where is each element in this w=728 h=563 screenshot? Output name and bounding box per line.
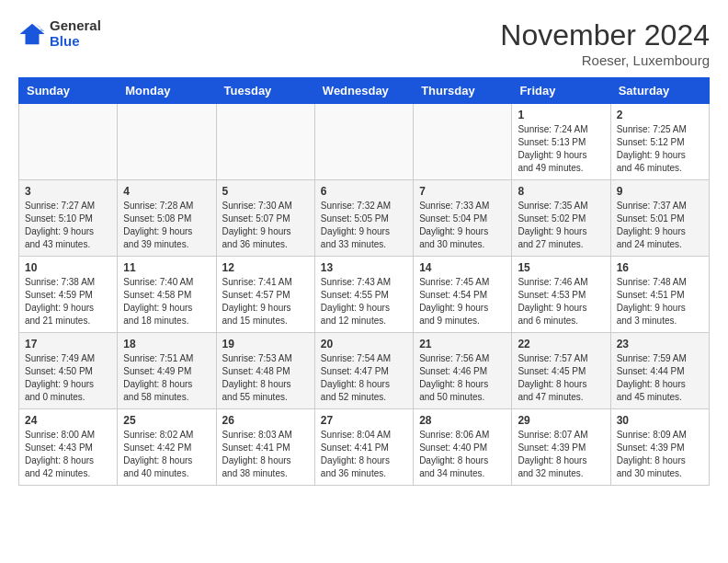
calendar-cell: 1Sunrise: 7:24 AM Sunset: 5:13 PM Daylig…	[512, 104, 610, 180]
calendar-cell: 8Sunrise: 7:35 AM Sunset: 5:02 PM Daylig…	[512, 180, 610, 257]
day-info: Sunrise: 8:00 AM Sunset: 4:43 PM Dayligh…	[25, 430, 95, 478]
day-number: 30	[617, 414, 703, 427]
day-number: 15	[518, 261, 604, 274]
calendar-cell: 25Sunrise: 8:02 AM Sunset: 4:42 PM Dayli…	[118, 409, 216, 486]
day-number: 2	[617, 109, 703, 121]
logo: General Blue	[18, 18, 101, 49]
calendar-cell: 19Sunrise: 7:53 AM Sunset: 4:48 PM Dayli…	[216, 333, 314, 409]
calendar-week-4: 17Sunrise: 7:49 AM Sunset: 4:50 PM Dayli…	[19, 333, 710, 409]
logo-icon	[18, 20, 46, 48]
day-info: Sunrise: 7:51 AM Sunset: 4:49 PM Dayligh…	[123, 353, 193, 402]
day-number: 5	[222, 185, 309, 198]
day-number: 28	[419, 414, 506, 427]
calendar-week-3: 10Sunrise: 7:38 AM Sunset: 4:59 PM Dayli…	[19, 257, 710, 333]
calendar-cell: 9Sunrise: 7:37 AM Sunset: 5:01 PM Daylig…	[610, 180, 709, 257]
page-header: General Blue November 2024 Roeser, Luxem…	[18, 18, 710, 68]
day-info: Sunrise: 8:02 AM Sunset: 4:42 PM Dayligh…	[123, 430, 193, 478]
day-number: 9	[617, 185, 703, 198]
calendar-cell: 4Sunrise: 7:28 AM Sunset: 5:08 PM Daylig…	[118, 180, 216, 257]
logo-general-text: General	[50, 18, 101, 34]
day-info: Sunrise: 7:35 AM Sunset: 5:02 PM Dayligh…	[518, 201, 587, 249]
day-number: 10	[25, 261, 111, 274]
day-info: Sunrise: 7:24 AM Sunset: 5:13 PM Dayligh…	[518, 124, 587, 173]
calendar-week-2: 3Sunrise: 7:27 AM Sunset: 5:10 PM Daylig…	[19, 180, 710, 257]
day-number: 8	[518, 185, 604, 198]
day-number: 7	[419, 185, 506, 198]
calendar-cell	[216, 104, 314, 180]
header-friday: Friday	[512, 78, 610, 104]
header-thursday: Thursday	[414, 78, 512, 104]
calendar-cell: 7Sunrise: 7:33 AM Sunset: 5:04 PM Daylig…	[414, 180, 512, 257]
day-info: Sunrise: 7:38 AM Sunset: 4:59 PM Dayligh…	[25, 277, 95, 326]
calendar-table: SundayMondayTuesdayWednesdayThursdayFrid…	[18, 77, 710, 486]
calendar-cell: 27Sunrise: 8:04 AM Sunset: 4:41 PM Dayli…	[314, 409, 413, 486]
calendar-cell: 29Sunrise: 8:07 AM Sunset: 4:39 PM Dayli…	[512, 409, 610, 486]
month-title: November 2024	[500, 18, 710, 52]
calendar-cell: 5Sunrise: 7:30 AM Sunset: 5:07 PM Daylig…	[216, 180, 314, 257]
svg-marker-0	[20, 23, 45, 44]
day-info: Sunrise: 7:33 AM Sunset: 5:04 PM Dayligh…	[419, 201, 489, 249]
day-number: 3	[25, 185, 111, 198]
calendar-cell: 17Sunrise: 7:49 AM Sunset: 4:50 PM Dayli…	[19, 333, 118, 409]
calendar-cell: 10Sunrise: 7:38 AM Sunset: 4:59 PM Dayli…	[19, 257, 118, 333]
header-tuesday: Tuesday	[216, 78, 314, 104]
day-info: Sunrise: 7:37 AM Sunset: 5:01 PM Dayligh…	[617, 201, 687, 249]
day-info: Sunrise: 7:40 AM Sunset: 4:58 PM Dayligh…	[123, 277, 193, 326]
calendar-cell: 30Sunrise: 8:09 AM Sunset: 4:39 PM Dayli…	[610, 409, 709, 486]
day-number: 24	[25, 414, 111, 427]
header-wednesday: Wednesday	[314, 78, 413, 104]
calendar-cell: 28Sunrise: 8:06 AM Sunset: 4:40 PM Dayli…	[414, 409, 512, 486]
day-info: Sunrise: 7:27 AM Sunset: 5:10 PM Dayligh…	[25, 201, 95, 249]
calendar-cell: 21Sunrise: 7:56 AM Sunset: 4:46 PM Dayli…	[414, 333, 512, 409]
day-number: 27	[321, 414, 407, 427]
calendar-cell: 12Sunrise: 7:41 AM Sunset: 4:57 PM Dayli…	[216, 257, 314, 333]
calendar-cell: 6Sunrise: 7:32 AM Sunset: 5:05 PM Daylig…	[314, 180, 413, 257]
calendar-cell: 22Sunrise: 7:57 AM Sunset: 4:45 PM Dayli…	[512, 333, 610, 409]
day-number: 26	[222, 414, 309, 427]
calendar-cell	[19, 104, 118, 180]
day-number: 17	[25, 338, 111, 350]
day-info: Sunrise: 7:25 AM Sunset: 5:12 PM Dayligh…	[617, 124, 687, 173]
title-area: November 2024 Roeser, Luxembourg	[500, 18, 710, 68]
calendar-cell: 13Sunrise: 7:43 AM Sunset: 4:55 PM Dayli…	[314, 257, 413, 333]
day-info: Sunrise: 7:57 AM Sunset: 4:45 PM Dayligh…	[518, 353, 587, 402]
calendar-cell: 15Sunrise: 7:46 AM Sunset: 4:53 PM Dayli…	[512, 257, 610, 333]
day-info: Sunrise: 7:48 AM Sunset: 4:51 PM Dayligh…	[617, 277, 687, 326]
day-info: Sunrise: 8:04 AM Sunset: 4:41 PM Dayligh…	[321, 430, 391, 478]
day-number: 12	[222, 261, 309, 274]
day-info: Sunrise: 8:03 AM Sunset: 4:41 PM Dayligh…	[222, 430, 292, 478]
day-number: 18	[123, 338, 210, 350]
header-monday: Monday	[118, 78, 216, 104]
day-number: 4	[123, 185, 210, 198]
calendar-cell: 11Sunrise: 7:40 AM Sunset: 4:58 PM Dayli…	[118, 257, 216, 333]
day-info: Sunrise: 7:45 AM Sunset: 4:54 PM Dayligh…	[419, 277, 489, 326]
calendar-cell: 16Sunrise: 7:48 AM Sunset: 4:51 PM Dayli…	[610, 257, 709, 333]
calendar-cell: 26Sunrise: 8:03 AM Sunset: 4:41 PM Dayli…	[216, 409, 314, 486]
day-info: Sunrise: 7:43 AM Sunset: 4:55 PM Dayligh…	[321, 277, 391, 326]
day-number: 20	[321, 338, 407, 350]
logo-blue-text: Blue	[50, 34, 101, 50]
day-info: Sunrise: 7:56 AM Sunset: 4:46 PM Dayligh…	[419, 353, 489, 402]
calendar-cell: 18Sunrise: 7:51 AM Sunset: 4:49 PM Dayli…	[118, 333, 216, 409]
day-number: 25	[123, 414, 210, 427]
calendar-cell: 2Sunrise: 7:25 AM Sunset: 5:12 PM Daylig…	[610, 104, 709, 180]
day-number: 22	[518, 338, 604, 350]
day-info: Sunrise: 7:32 AM Sunset: 5:05 PM Dayligh…	[321, 201, 391, 249]
location: Roeser, Luxembourg	[500, 52, 710, 68]
day-number: 1	[518, 109, 604, 121]
header-sunday: Sunday	[19, 78, 118, 104]
calendar-week-5: 24Sunrise: 8:00 AM Sunset: 4:43 PM Dayli…	[19, 409, 710, 486]
day-number: 11	[123, 261, 210, 274]
calendar-cell: 24Sunrise: 8:00 AM Sunset: 4:43 PM Dayli…	[19, 409, 118, 486]
day-number: 16	[617, 261, 703, 274]
day-number: 23	[617, 338, 703, 350]
header-saturday: Saturday	[610, 78, 709, 104]
day-number: 19	[222, 338, 309, 350]
calendar-header-row: SundayMondayTuesdayWednesdayThursdayFrid…	[19, 78, 710, 104]
day-number: 29	[518, 414, 604, 427]
day-info: Sunrise: 7:49 AM Sunset: 4:50 PM Dayligh…	[25, 353, 95, 402]
day-info: Sunrise: 7:28 AM Sunset: 5:08 PM Dayligh…	[123, 201, 193, 249]
day-number: 14	[419, 261, 506, 274]
calendar-cell: 20Sunrise: 7:54 AM Sunset: 4:47 PM Dayli…	[314, 333, 413, 409]
day-info: Sunrise: 8:06 AM Sunset: 4:40 PM Dayligh…	[419, 430, 489, 478]
